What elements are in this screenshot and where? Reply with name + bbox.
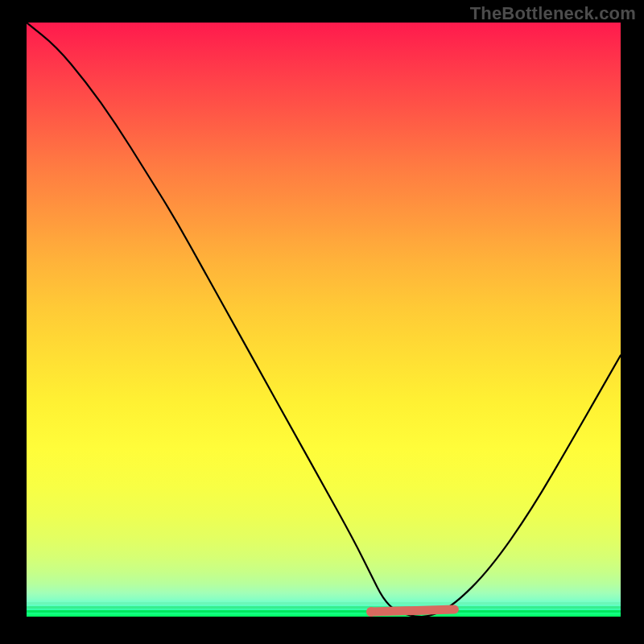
- attribution-text: TheBottleneck.com: [470, 3, 636, 24]
- chart-frame: TheBottleneck.com: [0, 0, 644, 644]
- optimal-point-marker: [366, 607, 376, 617]
- chart-svg: [27, 23, 621, 617]
- optimal-range-marker: [371, 609, 454, 612]
- bottleneck-curve: [27, 23, 621, 617]
